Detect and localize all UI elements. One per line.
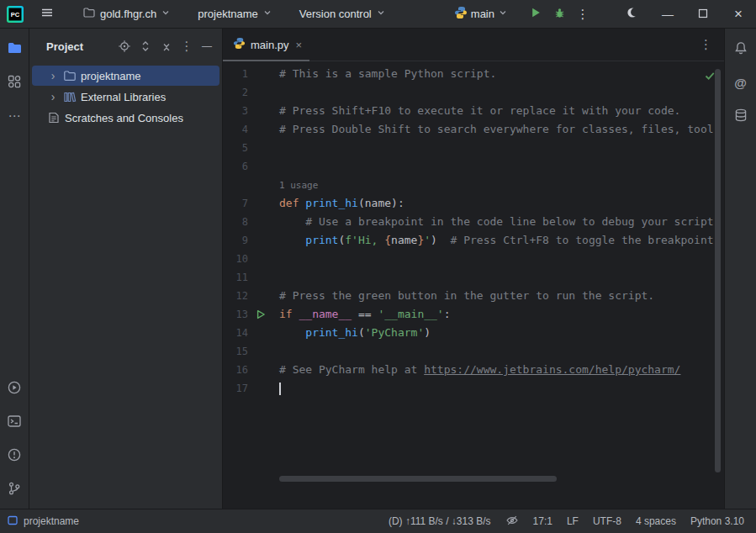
kebab-icon: ⋮ bbox=[572, 7, 594, 22]
theme-toggle-button[interactable] bbox=[615, 0, 650, 28]
code-line-7[interactable]: 7def print_hi(name): bbox=[223, 194, 724, 213]
line-separator-widget[interactable]: LF bbox=[567, 515, 579, 527]
gutter bbox=[248, 361, 279, 379]
python-logo-icon bbox=[454, 6, 468, 22]
more-tools-button[interactable]: ⋯ bbox=[4, 106, 24, 126]
code-line-8[interactable]: 8 # Use a breakpoint in the code line be… bbox=[223, 213, 724, 231]
run-configuration-label: main bbox=[471, 8, 494, 20]
gutter bbox=[248, 139, 279, 157]
code-line-11[interactable]: 11 bbox=[223, 268, 724, 287]
close-button[interactable]: × bbox=[721, 0, 756, 28]
run-window-icon bbox=[7, 380, 22, 398]
code-line-14[interactable]: 14 print_hi('PyCharm') bbox=[223, 324, 724, 342]
line-number: 8 bbox=[223, 213, 248, 231]
tab-close-icon[interactable]: × bbox=[296, 39, 303, 51]
tree-item-label: External Libraries bbox=[81, 91, 166, 103]
pycharm-window: PC gold.fhgr.ch projektname Version cont bbox=[0, 0, 756, 533]
statusbar-project-widget[interactable]: projektname bbox=[7, 515, 79, 529]
editor[interactable]: 1# This is a sample Python script.23# Pr… bbox=[223, 61, 724, 509]
caret-position-widget[interactable]: 17:1 bbox=[533, 515, 552, 527]
code-line-10[interactable]: 10 bbox=[223, 250, 724, 268]
code-line-3[interactable]: 3# Press Shift+F10 to execute it or repl… bbox=[223, 102, 724, 120]
horizontal-scrollbar[interactable] bbox=[279, 476, 557, 482]
ai-assistant-button[interactable]: @ bbox=[731, 72, 751, 92]
chevron-down-icon bbox=[498, 8, 508, 20]
line-number: 17 bbox=[223, 379, 248, 398]
code-line-2[interactable]: 2 bbox=[223, 83, 724, 102]
version-control-tool-button[interactable] bbox=[4, 479, 24, 499]
indent-widget[interactable]: 4 spaces bbox=[636, 515, 676, 527]
debug-button[interactable] bbox=[547, 3, 571, 25]
line-number: 13 bbox=[223, 305, 248, 324]
chevron-right-icon[interactable]: › bbox=[47, 70, 59, 82]
highlighting-level-icon[interactable] bbox=[505, 514, 519, 530]
vertical-scrollbar[interactable] bbox=[715, 69, 721, 472]
line-number: 6 bbox=[223, 157, 248, 176]
structure-tool-button[interactable] bbox=[4, 72, 24, 92]
encoding-widget[interactable]: UTF-8 bbox=[593, 515, 621, 527]
project-tool-button[interactable] bbox=[4, 39, 24, 59]
project-widget-label: gold.fhgr.ch bbox=[100, 8, 156, 20]
code-line-6[interactable]: 6 bbox=[223, 157, 724, 176]
tree-item-projektname[interactable]: ›projektname bbox=[32, 66, 219, 86]
run-line-gutter-icon[interactable] bbox=[248, 305, 279, 324]
tree-item-external-libraries[interactable]: ›External Libraries bbox=[32, 87, 219, 107]
code-line-13[interactable]: 13if __name__ == '__main__': bbox=[223, 305, 724, 324]
more-actions-button[interactable]: ⋮ bbox=[571, 3, 595, 25]
maximize-button[interactable] bbox=[685, 0, 721, 28]
code-line-17[interactable]: 17 bbox=[223, 379, 724, 398]
problems-tool-button[interactable] bbox=[4, 446, 24, 466]
gutter bbox=[248, 194, 279, 213]
chevron-right-icon[interactable]: › bbox=[47, 91, 59, 103]
code-line-1[interactable]: 1# This is a sample Python script. bbox=[223, 65, 724, 83]
tab-main-py[interactable]: main.py × bbox=[223, 29, 309, 61]
run-button[interactable] bbox=[524, 3, 547, 25]
tree-item-label: Scratches and Consoles bbox=[65, 112, 183, 124]
editor-options-icon[interactable]: ⋮ bbox=[700, 37, 712, 52]
titlebar: PC gold.fhgr.ch projektname Version cont bbox=[0, 0, 756, 29]
expand-selection-icon[interactable] bbox=[139, 40, 152, 53]
svg-text:PC: PC bbox=[11, 11, 20, 18]
bell-icon bbox=[733, 40, 748, 58]
vcs-widget[interactable]: Version control bbox=[296, 5, 389, 23]
code-line-9[interactable]: 9 print(f'Hi, {name}') # Press Ctrl+F8 t… bbox=[223, 231, 724, 250]
line-number: 10 bbox=[223, 250, 248, 268]
statusbar-widgets: (D) ↑111 B/s / ↓313 B/s 17:1 LF UTF-8 4 … bbox=[389, 514, 744, 530]
interpreter-widget[interactable]: Python 3.10 bbox=[690, 515, 744, 527]
chevron-down-icon bbox=[161, 8, 171, 20]
main-menu-button[interactable] bbox=[35, 3, 59, 25]
problems-icon bbox=[7, 447, 22, 465]
tree-item-scratches-and-consoles[interactable]: Scratches and Consoles bbox=[32, 108, 219, 128]
panel-options-icon[interactable]: ⋮ bbox=[181, 40, 193, 53]
code-line-15[interactable]: 15 bbox=[223, 342, 724, 361]
hide-panel-icon[interactable]: — bbox=[200, 40, 214, 53]
minimize-button[interactable]: — bbox=[650, 0, 685, 28]
locate-file-icon[interactable] bbox=[118, 40, 131, 53]
gutter bbox=[248, 324, 279, 342]
gutter bbox=[248, 213, 279, 231]
run-tool-button[interactable] bbox=[4, 378, 24, 398]
code-line-16[interactable]: 16# See PyCharm help at https://www.jetb… bbox=[223, 361, 724, 379]
gutter bbox=[248, 379, 279, 398]
line-number: 5 bbox=[223, 139, 248, 157]
chevron-down-icon bbox=[262, 8, 272, 20]
inlay-hint-row[interactable]: 1 usage bbox=[223, 176, 724, 194]
project-widget[interactable]: gold.fhgr.ch bbox=[79, 3, 174, 24]
network-speed-widget[interactable]: (D) ↑111 B/s / ↓313 B/s bbox=[389, 515, 491, 527]
database-button[interactable] bbox=[731, 106, 751, 126]
line-number bbox=[223, 176, 248, 194]
code-area: 1# This is a sample Python script.23# Pr… bbox=[223, 61, 724, 398]
inspections-ok-icon[interactable] bbox=[704, 70, 716, 82]
collapse-all-icon[interactable] bbox=[160, 40, 173, 53]
run-configuration-widget[interactable]: main bbox=[450, 3, 512, 24]
module-widget[interactable]: projektname bbox=[194, 5, 276, 23]
folder-icon bbox=[6, 40, 23, 59]
notifications-button[interactable] bbox=[731, 39, 751, 59]
moon-icon bbox=[626, 6, 639, 22]
terminal-tool-button[interactable] bbox=[4, 412, 24, 432]
vcs-widget-label: Version control bbox=[299, 8, 372, 20]
code-line-4[interactable]: 4# Press Double Shift to search everywhe… bbox=[223, 120, 724, 139]
code-line-12[interactable]: 12# Press the green button in the gutter… bbox=[223, 287, 724, 305]
code-line-5[interactable]: 5 bbox=[223, 139, 724, 157]
gutter bbox=[248, 176, 279, 194]
